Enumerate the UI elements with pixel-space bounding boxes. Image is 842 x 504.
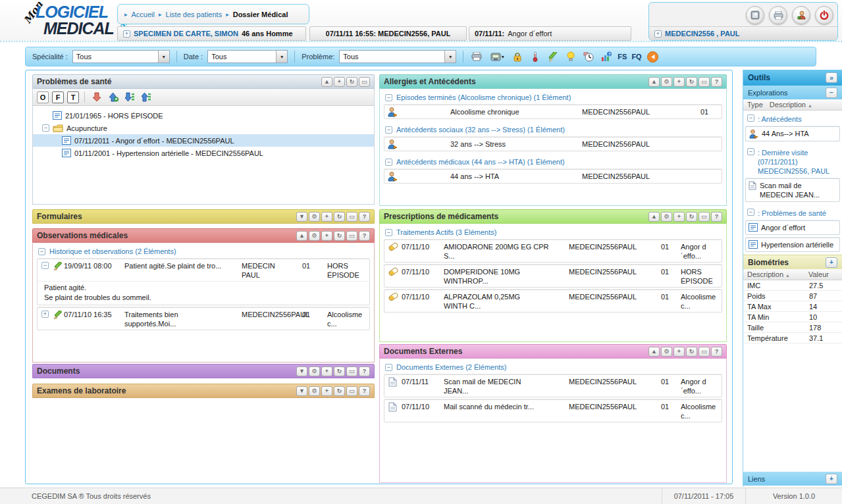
explorations-item-hypertension[interactable]: Hypertension artérielle — [745, 238, 840, 252]
add-button[interactable]: + — [321, 212, 332, 222]
fq-button[interactable]: FQ — [631, 53, 641, 61]
maximize-button[interactable]: ▭ — [346, 386, 357, 396]
collapse-group-icon[interactable]: − — [385, 159, 392, 166]
maximize-button[interactable]: ▭ — [698, 77, 710, 87]
allergy-row[interactable]: Alcoolisme chronique MEDECIN2556PAUL 01 — [384, 105, 722, 119]
settings-button[interactable]: ⚙ — [661, 212, 672, 222]
allergies-section-heading[interactable]: − Episodes terminés (Alcoolisme chroniqu… — [380, 89, 726, 105]
biometry-row[interactable]: IMC 27.5 — [743, 280, 842, 291]
refresh-button[interactable]: ↻ — [334, 231, 345, 241]
collapse-button[interactable]: ▲ — [321, 77, 332, 87]
add-button[interactable]: + — [321, 366, 332, 376]
back-button[interactable] — [646, 50, 660, 63]
docs-externes-group[interactable]: − Documents Externes (2 Éléments) — [380, 359, 726, 374]
collapse-group-icon[interactable]: − — [385, 229, 392, 236]
collapse-button[interactable]: ▲ — [648, 212, 660, 222]
filter-f-button[interactable]: F — [52, 91, 64, 103]
biometry-row[interactable]: Taille 178 — [743, 322, 842, 333]
lock-button[interactable] — [511, 50, 524, 63]
fs-button[interactable]: FS — [618, 53, 627, 61]
idea-button[interactable] — [564, 50, 577, 63]
help-button[interactable]: ? — [711, 212, 722, 222]
help-button[interactable]: ? — [359, 212, 370, 222]
add-biometry-button[interactable]: + — [826, 257, 837, 268]
expand-button[interactable]: ▼ — [296, 212, 307, 222]
col-description[interactable]: Description▲ — [770, 101, 812, 109]
allergies-section-heading[interactable]: − Antécédents sociaux (32 ans --> Stress… — [380, 121, 726, 137]
expand-row-icon[interactable]: + — [41, 311, 49, 318]
settings-button[interactable]: ⚙ — [309, 366, 320, 376]
prescriptions-group[interactable]: − Traitements Actifs (3 Éléments) — [380, 224, 726, 239]
change-user-button[interactable] — [792, 6, 810, 24]
filter-o-button[interactable]: O — [37, 91, 49, 103]
observation-row[interactable]: − 19/09/11 08:00 Patient agité.Se plaint… — [37, 259, 370, 305]
help-button[interactable]: ? — [359, 386, 370, 396]
breadcrumb-accueil[interactable]: Accueil — [132, 11, 155, 18]
explorations-group-problemes[interactable]: − : Problèmes de santé — [743, 205, 842, 220]
biometry-row[interactable]: TA Max 14 — [743, 301, 842, 312]
refresh-button[interactable]: ↻ — [686, 212, 697, 222]
observations-group[interactable]: − Historique et observations (2 Éléments… — [33, 243, 374, 259]
biometry-row[interactable]: Poids 87 — [743, 291, 842, 301]
temperature-button[interactable] — [529, 50, 542, 63]
biometry-row[interactable]: TA Min 10 — [743, 312, 842, 322]
tree-item-hors-episode[interactable]: 21/01/1965 - HORS ÉPISODE — [33, 109, 374, 122]
expand-patient-icon[interactable]: + — [123, 30, 130, 38]
settings-button[interactable]: ⚙ — [309, 386, 320, 396]
col-type[interactable]: Type — [747, 101, 763, 109]
import-episode-button[interactable]: + — [107, 91, 120, 104]
collapse-sidebar-button[interactable]: » — [826, 72, 837, 83]
last-visit-bar[interactable]: 07/11/11 16:55: MEDECIN2556, PAUL — [309, 26, 467, 41]
external-document-row[interactable]: 07/11/10 Mail scanné du médecin tr... ME… — [384, 399, 722, 422]
refresh-button[interactable]: ↻ — [334, 212, 345, 222]
collapse-row-icon[interactable]: − — [41, 262, 49, 269]
maximize-button[interactable]: ▭ — [359, 77, 370, 87]
maximize-button[interactable]: ▭ — [346, 366, 357, 376]
settings-button[interactable]: ⚙ — [661, 347, 672, 357]
help-button[interactable]: ? — [359, 231, 370, 241]
add-button[interactable]: + — [673, 347, 685, 357]
tree-item-acupuncture[interactable]: − Acupuncture — [33, 122, 374, 134]
logout-button[interactable] — [815, 6, 833, 24]
specialty-select[interactable]: Tous ▾ — [72, 50, 170, 63]
refresh-button[interactable]: ↻ — [346, 77, 357, 87]
prescription-pen-button[interactable] — [546, 50, 560, 63]
collapse-group-icon[interactable]: − — [747, 209, 754, 216]
refresh-button[interactable]: ↻ — [686, 77, 697, 87]
help-button[interactable]: ? — [711, 77, 722, 87]
tree-item-angor-effort[interactable]: 07/11/2011 - Angor d´effort - MEDECIN255… — [33, 134, 374, 147]
prescription-row[interactable]: 07/11/10 DOMPERIDONE 10MG WINTHROP... ME… — [384, 265, 722, 288]
sort-descending-button[interactable] — [123, 91, 136, 104]
collapse-button[interactable]: ▲ — [648, 347, 660, 357]
collapse-node-icon[interactable]: − — [42, 124, 49, 132]
print-button[interactable] — [769, 6, 787, 24]
explorations-item-scan-mail[interactable]: Scan mail de MEDECIN JEAN... — [745, 178, 840, 202]
col-valeur[interactable]: Valeur — [808, 270, 829, 278]
help-button[interactable]: ? — [359, 366, 370, 376]
statistics-button[interactable]: ? — [600, 50, 613, 63]
maximize-button[interactable]: ▭ — [698, 212, 710, 222]
collapse-button[interactable]: ▲ — [648, 77, 660, 87]
maximize-button[interactable]: ▭ — [698, 347, 710, 357]
collapse-group-icon[interactable]: − — [385, 126, 392, 134]
window-button[interactable] — [746, 6, 764, 24]
refresh-button[interactable]: ↻ — [334, 386, 345, 396]
patient-identity-bar[interactable]: + SPECIMEN DE CARTE, SIMON 46 ans Homme — [117, 26, 306, 41]
explorations-item-angor[interactable]: Angor d´effort — [745, 220, 840, 235]
collapse-explorations-button[interactable]: − — [826, 88, 837, 98]
col-description[interactable]: Description▲ — [747, 270, 790, 278]
move-down-button[interactable] — [90, 91, 103, 104]
breadcrumb-liste-patients[interactable]: Liste des patients — [166, 11, 223, 18]
add-lien-button[interactable]: + — [826, 474, 837, 484]
collapse-group-icon[interactable]: − — [385, 94, 392, 101]
settings-button[interactable]: ⚙ — [309, 231, 320, 241]
card-reader-button[interactable]: ▾ — [488, 50, 506, 63]
allergy-row[interactable]: 44 ans --> HTA MEDECIN2556PAUL — [384, 169, 722, 184]
allergy-row[interactable]: 32 ans --> Stress MEDECIN2556PAUL — [384, 137, 722, 151]
refresh-button[interactable]: ↻ — [334, 366, 345, 376]
filter-t-button[interactable]: T — [67, 91, 79, 103]
external-document-row[interactable]: 07/11/11 Scan mail de MEDECIN JEAN... ME… — [384, 374, 722, 397]
collapse-button[interactable]: ▲ — [296, 231, 307, 241]
expand-button[interactable]: ▼ — [296, 386, 307, 396]
add-button[interactable]: + — [673, 212, 685, 222]
